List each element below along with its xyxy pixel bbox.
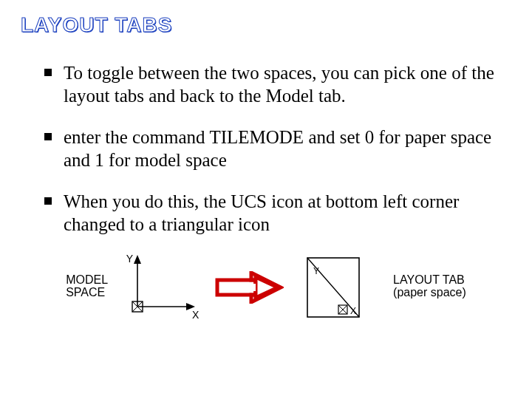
arrow-icon — [213, 271, 284, 307]
ucs-model-icon: Y X — [118, 255, 200, 326]
tri-y-text: Y — [313, 266, 319, 276]
axis-x-text: X — [192, 309, 200, 321]
slide: LAYOUT TABS To toggle between the two sp… — [0, 0, 532, 399]
tri-x-text: X — [350, 306, 356, 316]
axis-y-label: Y — [126, 255, 134, 265]
slide-title: LAYOUT TABS — [21, 13, 511, 37]
svg-marker-1 — [134, 255, 141, 264]
svg-rect-10 — [221, 284, 256, 291]
layout-tab-label: LAYOUT TAB (paper space) — [393, 273, 466, 299]
bullet-item: enter the command TILEMODE and set 0 for… — [44, 126, 511, 171]
tri-y-label: Y — [313, 266, 319, 276]
axis-y-text: Y — [126, 255, 134, 265]
bullet-item: When you do this, the UCS icon at bottom… — [44, 191, 511, 236]
icons-row: MODEL SPACE Y X — [21, 255, 511, 326]
bullet-list: To toggle between the two spaces, you ca… — [21, 62, 511, 236]
ucs-paper-icon: Y X — [303, 255, 366, 326]
tri-x-label: X — [350, 306, 356, 316]
model-space-label: MODEL SPACE — [66, 273, 108, 299]
bullet-item: To toggle between the two spaces, you ca… — [44, 62, 511, 107]
axis-x-label: X — [192, 309, 200, 321]
